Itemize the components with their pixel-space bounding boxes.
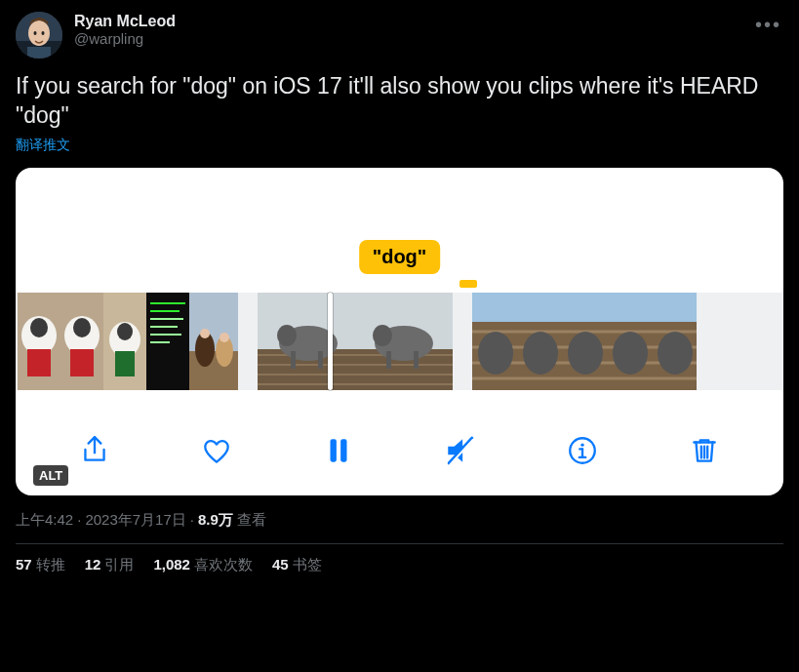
views-label: 查看 [237,511,266,528]
svg-rect-39 [291,351,296,369]
clip-thumbnail[interactable] [472,293,517,390]
divider [16,543,783,544]
svg-point-85 [658,332,693,375]
svg-rect-50 [414,351,419,369]
video-timeline[interactable] [16,293,783,390]
svg-point-3 [34,31,37,35]
clip-group [18,293,238,390]
retweets-stat[interactable]: 57转推 [16,556,65,574]
svg-rect-17 [115,351,135,376]
svg-rect-79 [652,293,697,322]
timeline-marker [459,280,477,288]
svg-point-64 [523,332,558,375]
stats-row: 57转推 12引用 1,082喜欢次数 45书签 [16,556,783,586]
likes-stat[interactable]: 1,082喜欢次数 [153,556,253,574]
clip-thumbnail[interactable] [607,293,652,390]
playhead[interactable] [328,293,333,390]
views-count: 8.9万 [198,511,233,528]
svg-point-2 [28,20,50,46]
trash-icon[interactable] [685,431,724,470]
clip-thumbnail[interactable] [146,293,189,390]
author-block[interactable]: Ryan McLeod @warpling [74,12,176,48]
tweet-header: Ryan McLeod @warpling [16,12,783,59]
more-icon[interactable]: ••• [751,10,785,40]
svg-rect-20 [150,310,180,312]
svg-point-71 [568,332,603,375]
svg-point-4 [42,31,45,35]
svg-point-12 [73,318,91,337]
info-icon[interactable] [563,431,602,470]
clip-thumbnail[interactable] [355,293,453,390]
svg-point-30 [220,333,229,342]
svg-point-8 [30,318,48,337]
svg-point-38 [277,325,297,346]
svg-rect-86 [330,439,336,461]
svg-rect-5 [27,47,51,59]
svg-rect-13 [70,349,94,376]
clip-thumbnail[interactable] [562,293,607,390]
quotes-stat[interactable]: 12引用 [85,556,135,574]
tweet-container: Ryan McLeod @warpling ••• If you search … [0,0,799,586]
author-name: Ryan McLeod [74,12,176,30]
clip-thumbnail[interactable] [517,293,562,390]
svg-rect-49 [386,351,391,369]
mute-icon[interactable] [441,431,480,470]
tweet-text: If you search for "dog" on iOS 17 it'll … [16,72,783,131]
translate-link[interactable]: 翻译推文 [16,137,783,154]
svg-rect-24 [150,341,170,343]
search-tag-label: "dog" [359,240,441,274]
svg-rect-19 [150,302,185,304]
svg-rect-65 [562,293,607,322]
clip-group [472,293,697,390]
clip-thumbnail[interactable] [258,293,355,390]
svg-rect-23 [150,334,181,336]
svg-rect-21 [150,318,183,320]
tweet-meta: 上午4:42·2023年7月17日·8.9万 查看 [16,511,783,530]
svg-rect-40 [318,351,323,369]
svg-point-29 [200,329,210,338]
svg-rect-22 [150,326,178,328]
pause-icon[interactable] [319,431,358,470]
tweet-time[interactable]: 上午4:42 [16,511,73,528]
svg-point-57 [478,332,513,375]
avatar[interactable] [16,12,62,59]
svg-rect-58 [517,293,562,322]
media-card: "dog" [16,168,783,495]
svg-rect-51 [472,293,517,322]
svg-point-78 [613,332,648,375]
svg-rect-72 [607,293,652,322]
media-toolbar [16,431,783,470]
svg-rect-9 [27,349,51,376]
heart-icon[interactable] [197,431,236,470]
author-handle: @warpling [74,30,176,48]
svg-point-91 [581,443,584,446]
svg-point-16 [117,323,133,340]
tweet-date[interactable]: 2023年7月17日 [85,511,185,528]
bookmarks-stat[interactable]: 45书签 [272,556,322,574]
clip-thumbnail[interactable] [652,293,697,390]
clip-thumbnail[interactable] [18,293,60,390]
clip-group [258,293,453,390]
share-icon[interactable] [75,431,114,470]
clip-thumbnail[interactable] [60,293,103,390]
clip-thumbnail[interactable] [103,293,146,390]
svg-point-48 [373,325,392,346]
alt-badge[interactable]: ALT [33,465,68,486]
clip-thumbnail[interactable] [189,293,238,390]
svg-rect-87 [340,439,346,461]
